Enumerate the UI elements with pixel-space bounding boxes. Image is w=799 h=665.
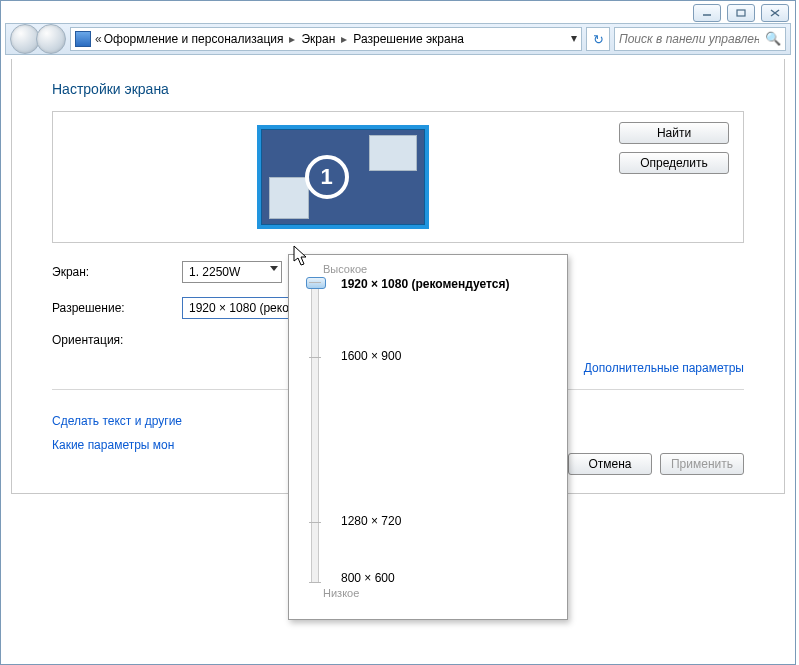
chevron-down-icon [270, 266, 278, 271]
monitor-window-decoration [269, 177, 309, 219]
apply-button[interactable]: Применить [660, 453, 744, 475]
display-label: Экран: [52, 265, 182, 279]
breadcrumb-dropdown-icon[interactable]: ▾ [571, 31, 577, 45]
chevron-right-icon: ▸ [289, 32, 295, 46]
monitor-preview-box: 1 Найти Определить [52, 111, 744, 243]
display-value: 1. 2250W [189, 265, 240, 279]
search-box[interactable]: 🔍 [614, 27, 786, 51]
slider-track-wrap [301, 281, 329, 581]
text-size-link[interactable]: Сделать текст и другие [52, 414, 182, 428]
dialog-buttons: Отмена Применить [540, 453, 744, 475]
slider-thumb[interactable] [306, 277, 326, 289]
find-button[interactable]: Найти [619, 122, 729, 144]
preview-actions: Найти Определить [619, 122, 729, 174]
monitor-preview-area[interactable]: 1 [67, 122, 619, 232]
search-icon[interactable]: 🔍 [765, 31, 781, 46]
breadcrumb-item[interactable]: Оформление и персонализация [104, 32, 284, 46]
svg-rect-1 [737, 10, 745, 16]
breadcrumb-item[interactable]: Разрешение экрана [353, 32, 464, 46]
window: « Оформление и персонализация ▸ Экран ▸ … [0, 0, 796, 665]
minimize-button[interactable] [693, 4, 721, 22]
resolution-option[interactable]: 1600 × 900 [341, 349, 401, 363]
window-controls [693, 4, 789, 22]
maximize-button[interactable] [727, 4, 755, 22]
resolution-option[interactable]: 800 × 600 [341, 571, 395, 585]
display-select[interactable]: 1. 2250W [182, 261, 282, 283]
page-title: Настройки экрана [52, 81, 744, 97]
resolution-label: Разрешение: [52, 301, 182, 315]
close-button[interactable] [761, 4, 789, 22]
resolution-option[interactable]: 1280 × 720 [341, 514, 401, 528]
resolution-slider[interactable] [311, 281, 319, 583]
chevron-right-icon: ▸ [341, 32, 347, 46]
identify-button[interactable]: Определить [619, 152, 729, 174]
breadcrumb-item[interactable]: Экран [301, 32, 335, 46]
monitor-window-decoration [369, 135, 417, 171]
search-input[interactable] [615, 28, 763, 50]
control-panel-icon [75, 31, 91, 47]
resolution-option[interactable]: 1920 × 1080 (рекомендуется) [341, 277, 509, 291]
monitor-thumbnail[interactable]: 1 [257, 125, 429, 229]
refresh-button[interactable]: ↻ [586, 27, 610, 51]
navigation-bar: « Оформление и персонализация ▸ Экран ▸ … [5, 23, 791, 55]
breadcrumb-overflow-icon[interactable]: « [95, 32, 102, 46]
resolution-popup: Высокое 1920 × 1080 (рекомендуется) 1600… [288, 254, 568, 620]
slider-low-label: Низкое [323, 587, 557, 599]
breadcrumb[interactable]: « Оформление и персонализация ▸ Экран ▸ … [70, 27, 582, 51]
nav-history-buttons [6, 24, 66, 54]
slider-high-label: Высокое [323, 263, 557, 275]
advanced-settings-link[interactable]: Дополнительные параметры [584, 361, 744, 375]
orientation-label: Ориентация: [52, 333, 182, 347]
monitor-number: 1 [305, 155, 349, 199]
refresh-icon: ↻ [593, 32, 604, 47]
help-link[interactable]: Какие параметры мон [52, 438, 174, 452]
resolution-slider-area: 1920 × 1080 (рекомендуется) 1600 × 900 1… [301, 281, 557, 581]
forward-button[interactable] [36, 24, 66, 54]
cancel-button[interactable]: Отмена [568, 453, 652, 475]
slider-labels: 1920 × 1080 (рекомендуется) 1600 × 900 1… [329, 281, 557, 581]
